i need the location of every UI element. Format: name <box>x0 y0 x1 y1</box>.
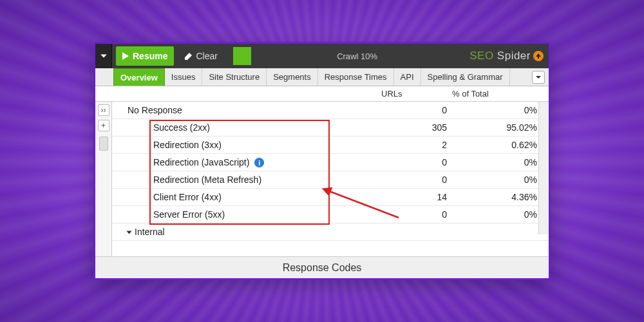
row-pct: 0% <box>452 175 549 185</box>
arrow-up-icon <box>535 53 542 59</box>
row-label: Client Error (4xx) <box>128 192 381 202</box>
resume-label: Resume <box>133 51 167 61</box>
tab-segments[interactable]: Segments <box>267 68 318 86</box>
group-label: Internal <box>128 227 381 237</box>
row-urls: 14 <box>381 192 452 202</box>
expand-right-button[interactable]: ›› <box>98 104 109 116</box>
tab-spelling-grammar[interactable]: Spelling & Grammar <box>421 68 510 86</box>
rail-drag-handle[interactable] <box>99 137 108 151</box>
row-urls: 2 <box>381 140 452 150</box>
row-urls: 305 <box>381 122 452 133</box>
table-row[interactable]: Redirection (3xx) 2 0.62% <box>112 137 549 154</box>
table-row[interactable]: Redirection (JavaScript) i 0 0% <box>112 154 549 171</box>
upgrade-button[interactable] <box>533 51 544 61</box>
tab-label: Spelling & Grammar <box>428 72 503 82</box>
tab-site-structure[interactable]: Site Structure <box>202 68 267 86</box>
row-label: Success (2xx) <box>128 122 381 133</box>
row-label: Redirection (3xx) <box>128 140 381 150</box>
group-row-internal[interactable]: Internal <box>112 223 549 241</box>
tab-overview[interactable]: Overview <box>113 68 165 86</box>
table-row[interactable]: Success (2xx) 305 95.02% <box>112 119 549 137</box>
row-label: No Response <box>128 105 381 115</box>
row-urls: 0 <box>381 175 452 185</box>
tab-label: Segments <box>273 72 311 82</box>
resume-button[interactable]: Resume <box>116 46 174 66</box>
panel-title-text: Response Codes <box>283 262 362 274</box>
mode-dropdown[interactable] <box>95 44 112 68</box>
row-pct: 0% <box>452 105 549 115</box>
row-label: Redirection (Meta Refresh) <box>128 175 381 185</box>
info-icon[interactable]: i <box>254 158 264 167</box>
table-row[interactable]: Client Error (4xx) 14 4.36% <box>112 189 549 206</box>
tab-label: API <box>401 72 414 82</box>
columns-header: URLs % of Total <box>95 86 549 102</box>
row-urls: 0 <box>381 157 452 167</box>
table-row[interactable]: No Response 0 0% <box>112 102 549 119</box>
tab-issues[interactable]: Issues <box>165 68 203 86</box>
col-pct-header: % of Total <box>452 89 549 99</box>
row-pct: 4.36% <box>452 192 549 202</box>
row-label: Server Error (5xx) <box>128 209 381 220</box>
row-pct: 0.62% <box>452 140 549 150</box>
eraser-icon <box>183 51 193 61</box>
col-urls-header: URLs <box>381 89 452 99</box>
rows-area: No Response 0 0% Success (2xx) 305 95.02… <box>112 102 549 256</box>
tab-label: Response Times <box>325 72 387 82</box>
row-urls: 0 <box>381 105 452 115</box>
tab-strip: Overview Issues Site Structure Segments … <box>95 68 549 86</box>
tab-label: Issues <box>171 72 196 82</box>
play-icon <box>120 51 130 61</box>
overview-body: ›› + No Response 0 0% Success (2xx) 305 … <box>95 102 549 256</box>
crawl-status: Crawl 10% <box>251 52 463 61</box>
tab-label: Overview <box>120 73 158 82</box>
clear-button[interactable]: Clear <box>176 44 223 68</box>
row-label: Redirection (JavaScript) i <box>128 157 381 168</box>
brand-seo: SEO <box>469 50 493 62</box>
table-row[interactable]: Server Error (5xx) 0 0% <box>112 206 549 223</box>
row-pct: 0% <box>452 209 549 220</box>
chevron-down-icon <box>535 74 542 80</box>
brand-spider: Spider <box>494 50 531 62</box>
row-pct: 0% <box>452 157 549 167</box>
tab-response-times[interactable]: Response Times <box>318 68 394 86</box>
tab-label: Site Structure <box>209 72 260 82</box>
panel-title: Response Codes <box>95 256 549 278</box>
row-urls: 0 <box>381 209 452 220</box>
progress-indicator[interactable] <box>233 47 251 65</box>
app-window: Resume Clear Crawl 10% SEO Spider Overvi… <box>93 42 551 280</box>
toolbar: Resume Clear Crawl 10% SEO Spider <box>95 44 549 68</box>
clear-label: Clear <box>196 51 217 61</box>
left-rail: ›› + <box>95 102 112 256</box>
add-button[interactable]: + <box>98 120 109 131</box>
tab-api[interactable]: API <box>394 68 421 86</box>
table-row[interactable]: Redirection (Meta Refresh) 0 0% <box>112 171 549 189</box>
tabs-overflow-button[interactable] <box>532 71 545 84</box>
row-pct: 95.02% <box>452 122 549 133</box>
chevron-down-icon <box>100 52 108 60</box>
scrollbar[interactable] <box>538 102 549 234</box>
caret-down-icon <box>127 231 132 234</box>
